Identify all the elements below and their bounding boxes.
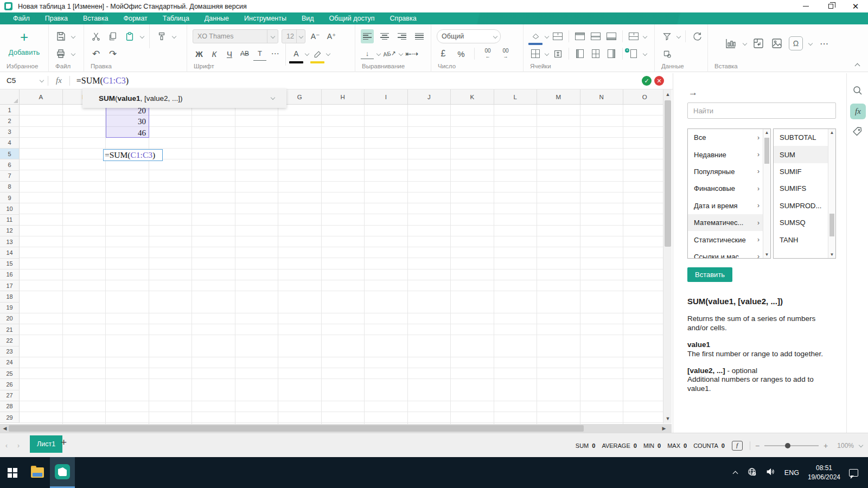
scroll-down-icon[interactable]: ▼ [663,414,672,423]
category-scroll-up-icon[interactable]: ▲ [763,129,770,136]
category-item-4[interactable]: Финансовые› [688,180,770,197]
row-header-21[interactable]: 21 [0,324,20,335]
hint-expand-icon[interactable] [271,96,275,100]
print-button[interactable] [54,47,67,61]
zoom-level[interactable]: 100% [837,442,854,450]
clock[interactable]: 08:51 19/06/2024 [808,464,840,481]
function-scroll-up-icon[interactable]: ▲ [828,129,835,136]
language-indicator[interactable]: ENG [784,469,799,477]
sheet-tab-list1[interactable]: Лист1 [30,435,62,453]
category-item-8[interactable]: Ссылки и мас...› [688,248,770,259]
format-painter-button[interactable] [155,29,168,43]
category-item-1[interactable]: Все› [688,129,770,146]
network-icon[interactable] [747,467,757,478]
font-name-select[interactable]: XO Thames [193,29,278,43]
horizontal-scroll-thumb[interactable] [9,425,584,432]
print-dropdown-icon[interactable] [71,52,75,56]
row-header-3[interactable]: 3 [0,127,20,138]
row-header-27[interactable]: 27 [0,390,20,401]
category-listbox[interactable]: Все›Недавние›Популярные›Финансовые›Дата … [687,129,771,259]
category-item-3[interactable]: Популярные› [688,163,770,180]
myoffice-taskbar-button[interactable] [50,457,75,488]
zoom-slider[interactable] [764,445,819,446]
bold-button[interactable]: Ж [193,47,206,61]
row-header-29[interactable]: 29 [0,412,20,423]
font-color-dropdown-icon[interactable] [305,52,309,56]
zoom-out-button[interactable]: − [755,441,760,450]
copy-button[interactable] [106,29,119,43]
prev-sheet-icon[interactable]: ‹ [5,442,8,450]
borders-button[interactable] [529,47,542,61]
row-header-13[interactable]: 13 [0,236,20,247]
menu-item-3[interactable]: Вставка [75,12,116,24]
delete-column-button[interactable] [605,47,618,61]
scroll-up-icon[interactable]: ▲ [663,90,672,99]
scroll-left-icon[interactable]: ◀ [1,424,9,433]
row-header-1[interactable]: 1 [0,105,20,115]
vertical-scrollbar[interactable]: ▲ ▼ [663,89,672,423]
increase-font-button[interactable]: A⁺ [325,29,338,43]
insert-row-above-button[interactable] [573,29,586,43]
menu-item-5[interactable]: Таблица [155,12,197,24]
menu-item-1[interactable]: Файл [5,12,37,24]
align-right-button[interactable] [395,29,409,43]
fill-color-button[interactable] [529,29,542,43]
italic-button[interactable]: К [208,47,221,61]
align-justify-button[interactable] [413,29,426,43]
add-cells-dropdown-icon[interactable] [643,52,647,56]
function-search-box[interactable] [687,102,836,119]
filter-button[interactable] [660,29,673,43]
row-header-25[interactable]: 25 [0,368,20,379]
strikethrough-button[interactable]: АВ [238,47,251,61]
paste-dropdown-icon[interactable] [140,35,144,38]
function-item-SUM[interactable]: SUM [774,146,835,163]
category-scroll-thumb[interactable] [764,138,769,164]
insert-function-panel-toggle[interactable]: fx [850,104,866,119]
status-function-toggle[interactable]: ƒ [732,441,743,451]
function-item-SUMIF[interactable]: SUMIF [774,163,835,180]
freeze-panes-button[interactable] [627,29,640,43]
function-scrollbar[interactable]: ▲ ▼ [828,129,835,258]
merge-cells-button[interactable] [551,29,564,43]
paste-button[interactable] [123,29,136,43]
add-sheet-button[interactable]: + [61,436,67,448]
column-header-L[interactable]: L [494,89,538,105]
row-header-11[interactable]: 11 [0,215,20,226]
vertical-scroll-thumb[interactable] [665,100,671,247]
add-cells-button[interactable]: + [627,47,640,61]
column-header-O[interactable]: O [623,89,663,105]
cell-size-button[interactable] [551,47,564,61]
column-header-M[interactable]: M [537,89,580,105]
column-header-I[interactable]: I [365,89,408,105]
cut-button[interactable] [90,29,103,43]
category-item-5[interactable]: Дата и время› [688,197,770,214]
highlight-color-button[interactable] [311,47,324,61]
more-font-options-icon[interactable]: ⋯ [269,47,282,61]
category-scrollbar[interactable]: ▲ ▼ [763,129,770,258]
number-format-select[interactable]: Общий [437,29,501,43]
zoom-in-button[interactable]: + [824,441,828,450]
format-painter-dropdown-icon[interactable] [172,35,176,38]
insert-symbol-dropdown-icon[interactable] [808,42,812,46]
add-favorite-button[interactable]: + [0,29,48,46]
insert-chart-button[interactable] [724,36,737,50]
save-dropdown-icon[interactable] [71,35,75,38]
spreadsheet-grid[interactable]: ABCDEFGHIJKLMNO 123456789101112131415161… [0,89,663,424]
column-header-H[interactable]: H [322,89,365,105]
row-header-10[interactable]: 10 [0,203,20,214]
refresh-button[interactable] [691,29,704,43]
formula-input[interactable]: =SUM(C1:C3) [70,76,129,86]
start-button[interactable] [0,457,25,488]
insert-symbol-button[interactable]: Ω [789,36,803,50]
row-header-5[interactable]: 5 [0,149,20,159]
menu-item-7[interactable]: Инструменты [237,12,294,24]
insert-image-button[interactable] [770,36,783,50]
function-item-SUMIFS[interactable]: SUMIFS [774,180,835,197]
cell-name-box[interactable]: C5 [0,72,48,89]
scroll-right-icon[interactable]: ▶ [660,424,668,433]
category-scroll-down-icon[interactable]: ▼ [763,251,770,258]
row-header-8[interactable]: 8 [0,182,20,192]
row-header-28[interactable]: 28 [0,401,20,412]
insert-function-button[interactable]: Вставить [687,267,732,282]
row-header-16[interactable]: 16 [0,269,20,280]
